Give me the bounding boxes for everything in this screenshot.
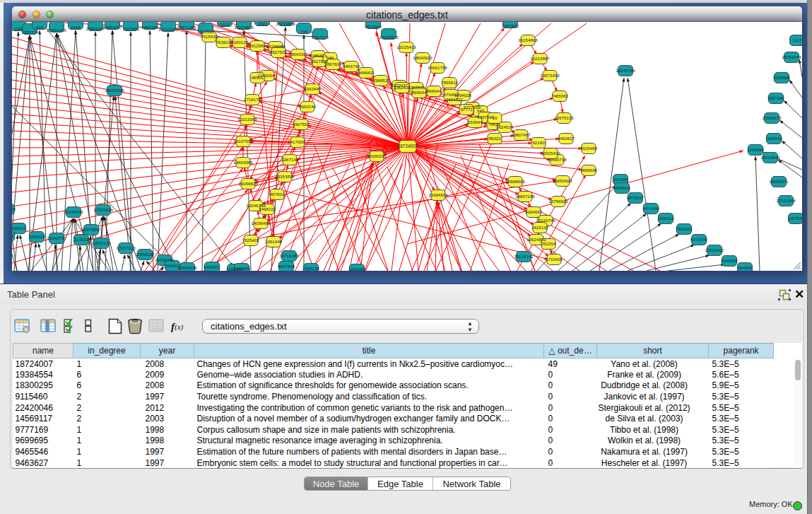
svg-text:16210643: 16210643	[760, 155, 780, 160]
svg-text:3498222: 3498222	[259, 206, 276, 211]
svg-text:16107552: 16107552	[233, 139, 253, 144]
svg-text:1615132: 1615132	[531, 225, 549, 230]
svg-text:7357224: 7357224	[312, 35, 329, 40]
svg-text:9115460: 9115460	[580, 146, 597, 151]
svg-text:2620659: 2620659	[12, 206, 16, 211]
svg-text:9646821: 9646821	[358, 70, 375, 75]
svg-text:10975867: 10975867	[81, 227, 101, 232]
svg-text:1527602: 1527602	[122, 26, 140, 31]
svg-text:19384554: 19384554	[428, 192, 448, 197]
svg-text:13325419: 13325419	[396, 45, 416, 49]
svg-text:2718170: 2718170	[244, 97, 261, 102]
svg-text:12342737: 12342737	[47, 235, 66, 240]
svg-text:98901: 98901	[251, 75, 264, 80]
svg-text:86322: 86322	[488, 136, 501, 141]
svg-text:8427552: 8427552	[293, 122, 310, 127]
svg-text:1091449: 1091449	[265, 239, 283, 244]
svg-text:3215958: 3215958	[747, 147, 765, 152]
svg-text:899044: 899044	[427, 88, 442, 93]
svg-text:1161559: 1161559	[348, 267, 365, 271]
svg-text:924565: 924565	[738, 265, 753, 270]
svg-text:9527505: 9527505	[270, 49, 288, 54]
svg-text:9474444: 9474444	[642, 206, 660, 211]
svg-text:16671385: 16671385	[177, 25, 196, 30]
svg-text:114519: 114519	[74, 237, 89, 242]
svg-text:12975135: 12975135	[554, 115, 574, 120]
svg-text:416: 416	[36, 25, 44, 30]
svg-text:16782759: 16782759	[155, 257, 175, 262]
svg-text:15495798: 15495798	[547, 157, 567, 162]
svg-text:3267130: 3267130	[281, 157, 299, 162]
svg-text:2935114: 2935114	[657, 216, 674, 221]
svg-text:15692971: 15692971	[769, 179, 789, 184]
svg-text:763822: 763822	[216, 40, 231, 45]
svg-text:8196001: 8196001	[204, 264, 221, 269]
svg-text:62160: 62160	[532, 140, 545, 145]
svg-text:12213369: 12213369	[237, 117, 257, 122]
svg-text:17016504: 17016504	[776, 198, 796, 203]
svg-text:867833: 867833	[270, 192, 285, 197]
svg-text:7515534: 7515534	[201, 34, 218, 39]
svg-text:1362635: 1362635	[394, 85, 411, 90]
svg-text:8938923: 8938923	[613, 185, 631, 190]
svg-text:10719155: 10719155	[158, 27, 178, 32]
svg-text:18300295: 18300295	[367, 153, 387, 158]
svg-text:9116: 9116	[220, 22, 230, 27]
svg-text:16548784: 16548784	[616, 68, 635, 73]
svg-text:2055724: 2055724	[21, 30, 39, 35]
svg-text:679402: 679402	[444, 92, 459, 97]
svg-text:9242848: 9242848	[304, 86, 322, 91]
svg-text:1621022: 1621022	[446, 97, 464, 102]
svg-text:9463627: 9463627	[558, 136, 575, 141]
svg-text:16: 16	[493, 115, 498, 120]
svg-text:335061: 335061	[12, 226, 26, 230]
svg-text:417006: 417006	[290, 139, 305, 144]
svg-text:1588520: 1588520	[372, 78, 390, 83]
svg-text:10654112: 10654112	[705, 247, 724, 252]
svg-text:10807487: 10807487	[511, 132, 531, 137]
svg-text:(x): (x)	[175, 322, 184, 332]
svg-text:3389083: 3389083	[233, 266, 251, 271]
svg-text:546: 546	[326, 55, 334, 60]
svg-text:19654923: 19654923	[553, 178, 572, 183]
svg-text:8637940: 8637940	[278, 264, 295, 269]
svg-text:8912954: 8912954	[249, 43, 266, 48]
svg-text:2603144: 2603144	[299, 104, 317, 109]
svg-text:2087682: 2087682	[502, 23, 519, 28]
svg-text:2654235: 2654235	[302, 266, 320, 271]
svg-text:2867608: 2867608	[324, 62, 342, 66]
svg-text:29053346: 29053346	[105, 88, 124, 93]
svg-text:6466160: 6466160	[141, 25, 159, 30]
svg-text:19218506: 19218506	[379, 35, 399, 40]
svg-text:252254: 252254	[541, 241, 556, 246]
svg-text:1167534: 1167534	[787, 216, 802, 221]
svg-text:9245652: 9245652	[721, 258, 739, 263]
svg-text:16543382: 16543382	[288, 52, 308, 57]
svg-text:8186323: 8186323	[310, 53, 327, 58]
svg-text:6879197: 6879197	[627, 195, 645, 200]
svg-text:19654985: 19654985	[233, 160, 253, 165]
svg-text:7955812: 7955812	[441, 80, 459, 85]
svg-text:735: 735	[300, 29, 308, 34]
svg-text:16154808: 16154808	[518, 37, 538, 42]
svg-text:15226058: 15226058	[266, 44, 286, 49]
svg-text:345: 345	[477, 108, 485, 113]
svg-text:18807249: 18807249	[515, 194, 535, 199]
svg-text:1244419: 1244419	[765, 136, 783, 141]
svg-text:10973493: 10973493	[540, 73, 560, 78]
svg-text:164095: 164095	[613, 177, 628, 182]
svg-text:10025433: 10025433	[541, 151, 560, 156]
svg-text:233644: 233644	[468, 119, 483, 124]
svg-text:20206536: 20206536	[64, 209, 83, 214]
svg-text:1065: 1065	[71, 25, 81, 30]
svg-text:9329966: 9329966	[773, 75, 791, 80]
svg-text:12505135: 12505135	[91, 240, 111, 245]
svg-text:9184067: 9184067	[525, 209, 543, 214]
svg-text:10653267: 10653267	[102, 25, 122, 30]
svg-text:15136141: 15136141	[514, 254, 534, 259]
svg-text:1603: 1603	[257, 22, 267, 26]
svg-text:899044: 899044	[412, 90, 427, 95]
svg-text:18724007: 18724007	[398, 144, 418, 148]
svg-text:10756928: 10756928	[548, 199, 568, 204]
svg-text:1733426: 1733426	[546, 257, 563, 262]
